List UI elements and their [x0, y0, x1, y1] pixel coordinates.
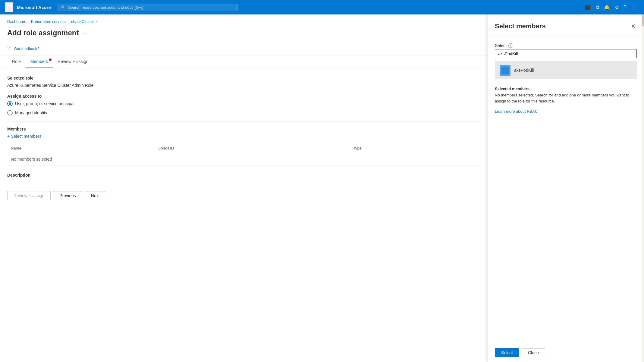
side-panel-select-button[interactable]: Select: [495, 348, 519, 357]
azure-logo: Microsoft Azure: [17, 5, 51, 10]
feedback-heart-icon: ♡: [7, 46, 11, 52]
breadcrumb-dashboard[interactable]: Dashboard: [7, 19, 27, 24]
help-button[interactable]: ?: [622, 3, 628, 12]
search-icon: 🔍: [61, 5, 66, 10]
breadcrumb-sep-3: ›: [96, 20, 97, 23]
col-name: Name: [7, 143, 154, 153]
notifications-button[interactable]: 🔔: [602, 3, 612, 12]
side-panel-close-footer-button[interactable]: Close: [522, 348, 545, 357]
col-object-id: Object ID: [154, 143, 350, 153]
description-label: Description: [7, 173, 480, 178]
settings-button[interactable]: ⚙: [613, 3, 621, 12]
side-panel-footer: Select Close: [488, 343, 644, 362]
select-label: Select i: [495, 43, 637, 48]
result-item-akspodkill[interactable]: aksPodKill: [495, 61, 637, 79]
scroll-thumb[interactable]: [642, 14, 644, 27]
table-row-empty: No members selected: [7, 153, 480, 165]
feedback-text[interactable]: Got feedback?: [14, 46, 39, 51]
members-label: Members: [7, 127, 480, 131]
portal-preview-button[interactable]: ⧉: [594, 3, 601, 12]
user-button[interactable]: 👤: [630, 3, 639, 12]
search-results: aksPodKill: [495, 61, 637, 79]
radio-managed-identity-label: Managed identity: [15, 110, 47, 115]
col-type: Type: [350, 143, 480, 153]
previous-button[interactable]: Previous: [53, 191, 82, 200]
more-options-button[interactable]: ···: [82, 30, 87, 36]
breadcrumb-cluster[interactable]: chaosCluster: [71, 19, 94, 24]
description-section: Description: [7, 173, 480, 178]
rbac-link[interactable]: Learn more about RBAC: [495, 109, 538, 114]
tab-role[interactable]: Role: [7, 55, 26, 68]
topbar-icons: ⬛ ⧉ 🔔 ⚙ ? 👤: [583, 3, 639, 12]
assign-access-label: Assign access to: [7, 94, 480, 99]
tabs: Role Members Review + assign: [0, 55, 487, 68]
empty-row-cell: No members selected: [7, 153, 480, 165]
divider: [7, 121, 480, 122]
breadcrumb: Dashboard › Kubernetes services › chaosC…: [0, 14, 487, 26]
result-avatar: [500, 65, 510, 76]
result-avatar-inner: [501, 67, 509, 74]
tab-review-assign[interactable]: Review + assign: [53, 55, 93, 68]
selected-role-value: Azure Kubernetes Service Cluster Admin R…: [7, 83, 480, 88]
breadcrumb-sep-1: ›: [28, 20, 29, 23]
radio-group: User, group, or service principal Manage…: [7, 101, 480, 115]
members-table: Name Object ID Type No members selected: [7, 143, 480, 165]
cloud-shell-button[interactable]: ⬛: [583, 3, 593, 12]
select-search-input[interactable]: [495, 49, 637, 58]
review-assign-button: Review + assign: [7, 191, 51, 200]
radio-user-group[interactable]: User, group, or service principal: [7, 101, 480, 106]
feedback-bar: ♡ Got feedback?: [0, 42, 487, 55]
scrollbar: [642, 14, 644, 362]
content-area: Dashboard › Kubernetes services › chaosC…: [0, 14, 487, 362]
page-header: Add role assignment ···: [0, 26, 487, 42]
radio-managed-identity[interactable]: Managed identity: [7, 110, 480, 115]
breadcrumb-sep-2: ›: [68, 20, 69, 23]
tab-members-dot: [49, 58, 52, 61]
search-bar: 🔍: [57, 4, 238, 11]
hamburger-menu-button[interactable]: ☰: [5, 2, 13, 12]
side-panel-header: Select members ✕: [488, 14, 644, 36]
next-button[interactable]: Next: [85, 191, 106, 200]
breadcrumb-kubernetes[interactable]: Kubernetes services: [31, 19, 67, 24]
selected-role-label: Selected role: [7, 76, 480, 80]
selected-info-title: Selected members:: [495, 87, 637, 91]
page-title: Add role assignment: [7, 29, 79, 37]
main-layout: Dashboard › Kubernetes services › chaosC…: [0, 14, 644, 362]
radio-user-group-indicator: [7, 101, 13, 106]
select-members-link[interactable]: + Select members: [7, 134, 480, 139]
radio-managed-identity-indicator: [7, 110, 13, 115]
search-input[interactable]: [68, 5, 234, 10]
bottom-bar: Review + assign Previous Next: [0, 186, 487, 205]
selected-info-text: No members selected. Search for and add …: [495, 92, 637, 104]
result-name: aksPodKill: [514, 68, 534, 73]
side-panel-title: Select members: [495, 22, 546, 30]
select-info-icon[interactable]: i: [508, 43, 513, 48]
side-panel-body: Select i aksPodKill Selected members: No…: [488, 36, 644, 343]
side-panel-close-button[interactable]: ✕: [630, 22, 637, 31]
radio-user-group-label: User, group, or service principal: [15, 101, 74, 106]
topbar: ☰ Microsoft Azure 🔍 ⬛ ⧉ 🔔 ⚙ ? 👤: [0, 0, 644, 14]
side-panel: Select members ✕ Select i aksPodKill: [487, 14, 644, 362]
form-content: Selected role Azure Kubernetes Service C…: [0, 68, 487, 186]
selected-info: Selected members: No members selected. S…: [495, 87, 637, 114]
tab-members[interactable]: Members: [26, 55, 53, 68]
